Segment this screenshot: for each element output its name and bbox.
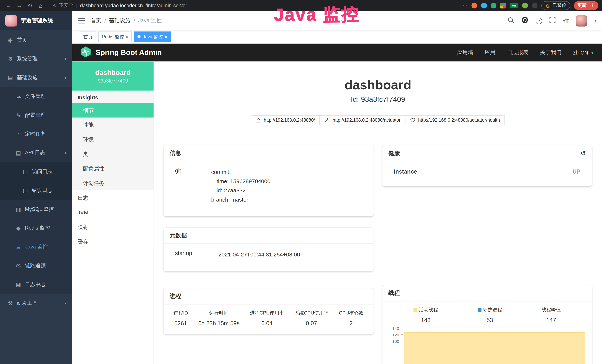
sba-item-logs[interactable]: 日志: [72, 191, 153, 205]
sidebar-item-infrastructure[interactable]: ▤ 基础设施 ▴: [0, 68, 72, 87]
sidebar-item-api-logs[interactable]: ▤ API 日志 ▴: [0, 143, 72, 162]
avatar-caret-icon[interactable]: ▾: [595, 19, 596, 23]
clock-icon: ◔: [15, 131, 22, 137]
active-dot: [138, 35, 141, 39]
main-column: 首页 / 基础设施 / Java 监控 ?: [72, 11, 602, 364]
sba-item-config-props[interactable]: 配置属性: [72, 161, 153, 176]
sba-nav: 应用墙 应用 日志报表 关于我们 zh-CN ▼: [457, 49, 594, 56]
service-url-link[interactable]: http://192.168.0.2:48080/: [251, 115, 320, 125]
close-icon[interactable]: ×: [126, 35, 128, 39]
extension-on-badge[interactable]: on: [510, 3, 518, 8]
page-title: dashboard: [154, 77, 602, 93]
sba-logo-icon[interactable]: [80, 46, 91, 59]
extension-icon-leaf[interactable]: [522, 3, 528, 8]
fullscreen-icon[interactable]: [549, 17, 556, 24]
sidebar-item-config-management[interactable]: ✎ 配置管理: [0, 106, 72, 124]
profile-paused-pill[interactable]: ☺ 已暂停: [541, 1, 570, 10]
instance-label: Instance: [394, 168, 417, 175]
dashboard-icon: ◉: [7, 37, 13, 43]
blue-legend-square: [478, 308, 482, 312]
github-icon[interactable]: [522, 17, 528, 25]
breadcrumb-home[interactable]: 首页: [91, 17, 101, 24]
sidebar-item-scheduled-tasks[interactable]: ◔ 定时任务: [0, 124, 72, 143]
browser-update-button[interactable]: 更新 ⋮: [574, 1, 598, 10]
sidebar-item-dev-tools[interactable]: ⚒ 研发工具 ▾: [0, 294, 72, 312]
reload-icon[interactable]: ↻: [25, 2, 35, 9]
sba-item-caches[interactable]: 缓存: [72, 234, 153, 249]
database-icon: ▥: [15, 206, 22, 212]
sidebar-item-mysql-monitor[interactable]: ▥ MySQL 监控: [0, 200, 72, 218]
forward-icon[interactable]: →: [15, 2, 24, 9]
actuator-url-link[interactable]: http://192.168.0.2:48080/actuator: [320, 115, 406, 125]
sidebar-item-system-management[interactable]: ⚙ 系统管理 ▾: [0, 49, 72, 68]
java-coffee-icon: ☕: [15, 244, 22, 250]
sba-item-environment[interactable]: 环境: [72, 132, 153, 147]
sidebar-item-java-monitor[interactable]: ☕ Java 监控: [0, 237, 72, 256]
sba-item-metrics[interactable]: 性能: [72, 118, 153, 132]
sba-locale-select[interactable]: zh-CN ▼: [573, 50, 594, 56]
extension-grid-icon[interactable]: [500, 3, 506, 8]
tag-java-monitor[interactable]: Java 监控 ×: [134, 32, 171, 42]
threads-card-title: 线程: [382, 285, 592, 301]
sba-app-block[interactable]: dashboard 93a3fc7f7409: [72, 61, 153, 90]
kebab-menu-icon[interactable]: ⋮: [590, 3, 595, 8]
sidebar-item-home[interactable]: ◉ 首页: [0, 30, 72, 49]
tag-label: 首页: [83, 33, 93, 40]
address-bar[interactable]: ⚠ 不安全 | dashboard.yudao.iocoder.cn /infr…: [52, 2, 461, 9]
document-icon: ▢: [22, 168, 28, 174]
metadata-card: 元数据 startup 2021-04-27T00:44:31.254+08:0…: [163, 228, 373, 271]
tag-redis-monitor[interactable]: Redis 监控 ×: [98, 32, 132, 42]
sba-nav-applications[interactable]: 应用: [485, 49, 495, 56]
sidebar-item-access-logs[interactable]: ▢ 访问日志: [0, 162, 72, 181]
bookmark-star-icon[interactable]: ☆: [463, 2, 468, 9]
extension-icon-drop[interactable]: [481, 3, 487, 8]
sba-item-mappings[interactable]: 映射: [72, 220, 153, 234]
threads-chart: 140 120 100: [382, 328, 592, 359]
sidebar-item-redis-monitor[interactable]: ◈ Redis 监控: [0, 218, 72, 237]
extension-icon-dark[interactable]: [532, 3, 537, 8]
home-icon[interactable]: ⌂: [36, 2, 45, 9]
extension-icon-v[interactable]: [491, 3, 496, 8]
sidebar-item-log-center[interactable]: ▦ 日志中心: [0, 275, 72, 294]
sidebar-item-file-management[interactable]: ☁ 文件管理: [0, 87, 72, 106]
tag-label: Java 监控: [143, 33, 163, 40]
threads-card: 线程 活动线程 143 守护进程 53: [382, 285, 592, 364]
sidebar-item-label: 文件管理: [25, 93, 46, 100]
chevron-up-icon: ▴: [65, 75, 66, 79]
sba-item-classes[interactable]: 类: [72, 147, 153, 161]
history-icon[interactable]: ↺: [580, 150, 586, 157]
sba-item-scheduled-tasks[interactable]: 计划任务: [72, 176, 153, 191]
app-logo-row[interactable]: 芋道管理系统: [0, 11, 72, 30]
avatar[interactable]: [576, 15, 587, 26]
breadcrumb-infrastructure[interactable]: 基础设施: [109, 17, 130, 24]
sba-brand[interactable]: Spring Boot Admin: [96, 48, 162, 57]
sba-nav-journal[interactable]: 日志报表: [507, 49, 528, 56]
close-icon[interactable]: ×: [165, 35, 167, 39]
sba-item-jvm[interactable]: JVM: [72, 205, 153, 220]
app-title: 芋道管理系统: [21, 17, 53, 24]
health-url-link[interactable]: http://192.168.0.2:48080/actuator/health: [405, 115, 505, 125]
process-table: 进程ID 5261 运行时间 6d 23h 15m 59s: [163, 304, 373, 334]
help-icon[interactable]: ?: [536, 17, 542, 24]
security-label[interactable]: 不安全: [59, 2, 74, 9]
tag-home[interactable]: 首页: [80, 32, 96, 42]
extension-icon-fox[interactable]: [471, 3, 477, 8]
sba-nav-about[interactable]: 关于我们: [540, 49, 561, 56]
sidebar-item-error-logs[interactable]: ▢ 错误日志: [0, 181, 72, 200]
log-center-icon: ▦: [15, 281, 22, 288]
search-icon[interactable]: [508, 17, 514, 25]
process-card-title: 进程: [163, 288, 373, 304]
sba-item-details[interactable]: 细节: [72, 103, 153, 118]
back-icon[interactable]: ←: [4, 2, 13, 9]
hamburger-icon[interactable]: [78, 18, 85, 24]
font-size-icon[interactable]: TT: [563, 17, 569, 24]
sba-sidebar: dashboard 93a3fc7f7409 Insights 细节 性能 环境…: [72, 61, 154, 364]
link-label: http://192.168.0.2:48080/: [264, 118, 315, 123]
trace-icon: ◎: [15, 262, 22, 268]
instance-health-row[interactable]: Instance UP: [394, 168, 580, 179]
sba-nav-wallboard[interactable]: 应用墙: [457, 49, 473, 56]
sidebar-item-trace[interactable]: ◎ 链路追踪: [0, 256, 72, 275]
chevron-down-icon: ▾: [65, 301, 66, 305]
url-domain: dashboard.yudao.iocoder.cn: [80, 3, 143, 8]
sidebar-item-label: 研发工具: [17, 300, 38, 307]
